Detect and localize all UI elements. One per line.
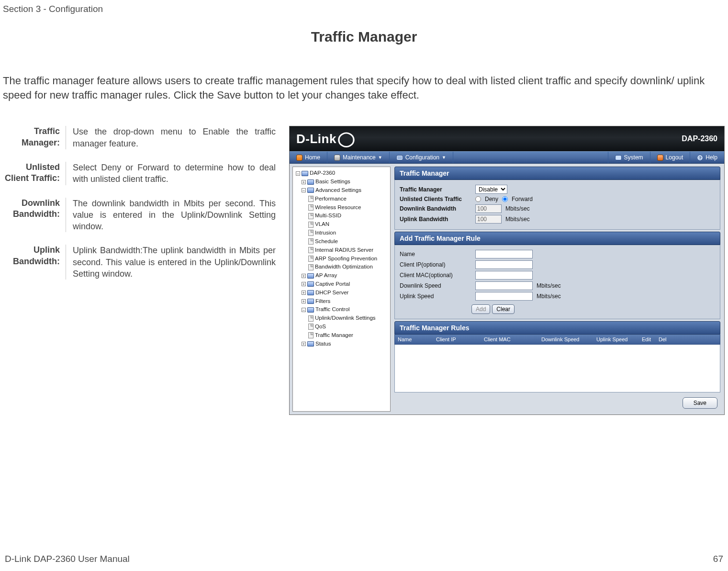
client-mac-input[interactable] xyxy=(475,271,533,280)
tree-label: Bandwidth Optimization xyxy=(315,263,373,271)
expand-icon[interactable]: + xyxy=(302,291,306,295)
tree-filters[interactable]: +Filters xyxy=(296,297,388,306)
device-icon xyxy=(302,171,308,176)
tree-label: QoS xyxy=(315,323,326,331)
page-icon xyxy=(308,332,314,338)
tree-label: Internal RADIUS Server xyxy=(315,246,373,255)
main-panel: Traffic Manager Traffic Manager Disable … xyxy=(393,164,724,414)
uplink-bw-label: Uplink Bandwidth xyxy=(400,216,471,223)
unlisted-forward-radio[interactable] xyxy=(502,196,508,202)
tree-dhcp-server[interactable]: +DHCP Server xyxy=(296,289,388,297)
deny-label: Deny xyxy=(485,196,498,202)
menu-help[interactable]: ? Help xyxy=(690,152,724,163)
tree-ap-array[interactable]: +AP Array xyxy=(296,271,388,280)
definition-row: Traffic Manager: Use the drop-down menu … xyxy=(3,126,276,149)
tree-item-vlan[interactable]: VLAN xyxy=(296,220,388,229)
tree-label: Traffic Control xyxy=(315,305,350,314)
tree-label: AP Array xyxy=(315,271,337,280)
tree-advanced-settings[interactable]: −Advanced Settings xyxy=(296,186,388,195)
downlink-speed-input[interactable] xyxy=(475,281,533,290)
footer-left: D-Link DAP-2360 User Manual xyxy=(5,554,130,564)
section-header: Section 3 - Configuration xyxy=(0,4,728,14)
traffic-manager-form: Traffic Manager Disable Unlisted Clients… xyxy=(394,180,720,230)
definition-value: Use the drop-down menu to Enable the tra… xyxy=(66,126,276,149)
footer-page-number: 67 xyxy=(713,554,723,564)
tree-item-wireless-resource[interactable]: Wireless Resource xyxy=(296,203,388,212)
tree-item-arp-spoofing[interactable]: ARP Spoofing Prevention xyxy=(296,255,388,263)
unlisted-deny-radio[interactable] xyxy=(475,196,481,202)
name-input[interactable] xyxy=(475,250,533,258)
menu-system[interactable]: System xyxy=(608,152,650,163)
add-rule-form: Name Client IP(optional) Client MAC(opti… xyxy=(394,245,720,319)
panel-title-add-rule: Add Traffic Manager Rule xyxy=(394,232,720,245)
tree-label: Traffic Manager xyxy=(315,331,353,340)
definition-label: Unlisted Client Traffic: xyxy=(3,162,66,185)
tree-item-bandwidth-opt[interactable]: Bandwidth Optimization xyxy=(296,263,388,271)
uplink-speed-input[interactable] xyxy=(475,292,533,301)
menu-maintenance[interactable]: Maintenance ▼ xyxy=(327,152,390,163)
expand-icon[interactable]: + xyxy=(302,342,306,346)
folder-icon xyxy=(307,341,314,347)
menu-logout[interactable]: Logout xyxy=(650,152,691,163)
folder-icon xyxy=(307,299,314,304)
collapse-icon[interactable]: − xyxy=(302,308,306,312)
tree-label: Wireless Resource xyxy=(315,203,361,212)
clear-button[interactable]: Clear xyxy=(492,304,515,314)
col-edit: Edit xyxy=(639,335,656,344)
collapse-icon[interactable]: − xyxy=(302,188,306,192)
col-name: Name xyxy=(395,335,433,344)
tree-item-multi-ssid[interactable]: Multi-SSID xyxy=(296,212,388,220)
tree-basic-settings[interactable]: +Basic Settings xyxy=(296,178,388,186)
page-icon xyxy=(308,213,314,219)
col-downlink-speed: Downlink Speed xyxy=(538,335,594,344)
tree-root[interactable]: −DAP-2360 xyxy=(296,169,388,178)
tree-root-label: DAP-2360 xyxy=(310,169,335,178)
panel-title-traffic-manager: Traffic Manager xyxy=(394,167,720,180)
definition-row: Uplink Bandwidth: Uplink Bandwidth:The u… xyxy=(3,245,276,280)
page-icon xyxy=(308,247,314,253)
tree-item-traffic-manager[interactable]: Traffic Manager xyxy=(296,331,388,340)
expand-icon[interactable]: + xyxy=(302,299,306,303)
menu-home[interactable]: Home xyxy=(290,152,327,163)
tree-item-radius[interactable]: Internal RADIUS Server xyxy=(296,246,388,255)
tree-item-qos[interactable]: QoS xyxy=(296,323,388,331)
expand-icon[interactable]: + xyxy=(302,282,306,286)
tree-traffic-control[interactable]: −Traffic Control xyxy=(296,305,388,314)
tree-item-schedule[interactable]: Schedule xyxy=(296,237,388,246)
col-client-mac: Client MAC xyxy=(481,335,538,344)
document-footer: D-Link DAP-2360 User Manual 67 xyxy=(0,554,728,564)
downlink-bw-input xyxy=(475,204,502,213)
client-ip-input[interactable] xyxy=(475,260,533,269)
save-button[interactable]: Save xyxy=(683,397,717,409)
tree-label: Schedule xyxy=(315,237,338,246)
tree-item-intrusion[interactable]: Intrusion xyxy=(296,229,388,237)
collapse-icon[interactable]: − xyxy=(296,171,300,176)
expand-icon[interactable]: + xyxy=(302,274,306,278)
definition-value: The downlink bandwidth in Mbits per seco… xyxy=(66,198,276,233)
definition-label: Uplink Bandwidth: xyxy=(3,245,66,280)
traffic-manager-label: Traffic Manager xyxy=(400,186,471,193)
tree-item-performance[interactable]: Performance xyxy=(296,195,388,203)
traffic-manager-select[interactable]: Disable xyxy=(475,185,507,194)
menu-configuration-label: Configuration xyxy=(405,154,439,161)
definition-row: Unlisted Client Traffic: Select Deny or … xyxy=(3,162,276,185)
menu-configuration[interactable]: Configuration ▼ xyxy=(390,152,453,163)
folder-icon xyxy=(307,179,314,185)
tree-label: Basic Settings xyxy=(315,178,350,186)
tree-status[interactable]: +Status xyxy=(296,340,388,348)
add-button[interactable]: Add xyxy=(471,304,490,314)
tree-label: Advanced Settings xyxy=(315,186,361,195)
tree-label: ARP Spoofing Prevention xyxy=(315,255,377,263)
intro-paragraph: The traffic manager feature allows users… xyxy=(0,74,728,102)
expand-icon[interactable]: + xyxy=(302,180,306,184)
rules-table-header: Name Client IP Client MAC Downlink Speed… xyxy=(394,335,720,345)
definition-label: Traffic Manager: xyxy=(3,126,66,149)
menu-system-label: System xyxy=(624,154,643,161)
tree-label: Captive Portal xyxy=(315,280,350,289)
definition-label: Downlink Bandwidth: xyxy=(3,198,66,233)
tree-item-uplink-downlink[interactable]: Uplink/Downlink Settings xyxy=(296,314,388,323)
menu-maintenance-label: Maintenance xyxy=(343,154,376,161)
tree-label: DHCP Server xyxy=(315,289,348,297)
tree-captive-portal[interactable]: +Captive Portal xyxy=(296,280,388,289)
chevron-down-icon: ▼ xyxy=(442,155,446,160)
